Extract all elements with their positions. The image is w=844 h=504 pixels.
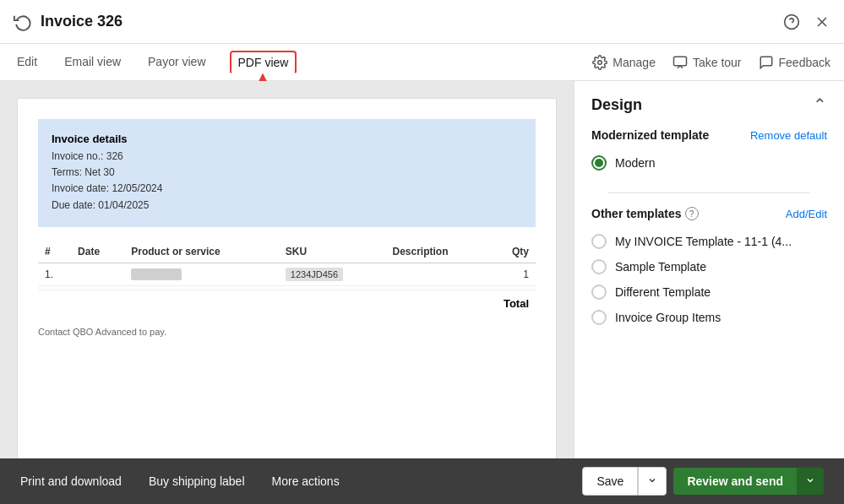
other-title-area: Other templates ?	[591, 207, 699, 220]
tab-payor-view[interactable]: Payor view	[144, 46, 209, 79]
tabs-bar: Edit Email view Payor view PDF view Mana…	[0, 44, 844, 81]
radio-modern[interactable]: Modern	[591, 150, 827, 176]
svg-point-6	[598, 60, 602, 64]
modernized-group-header: Modernized template Remove default	[591, 128, 827, 142]
radio-different[interactable]: Different Template	[591, 279, 827, 305]
row-sku: 1234JD456	[279, 263, 386, 285]
more-actions-button[interactable]: More actions	[272, 468, 340, 495]
help-icon	[783, 14, 800, 30]
invoice-date: Invoice date: 12/05/2024	[52, 181, 522, 197]
pdf-document: Invoice details Invoice no.: 326 Terms: …	[17, 98, 557, 458]
feedback-icon	[759, 55, 774, 70]
save-dropdown-button[interactable]	[638, 467, 667, 496]
radio-sample-circle	[591, 259, 607, 274]
row-description	[386, 263, 490, 285]
col-sku: SKU	[279, 241, 386, 263]
design-section: Design ⌃ Modernized template Remove defa…	[574, 81, 844, 360]
footer-left: Print and download Buy shipping label Mo…	[20, 468, 340, 495]
row-qty: 1	[490, 263, 536, 285]
collapse-icon[interactable]: ⌃	[813, 95, 827, 115]
total-label: Total	[504, 297, 529, 310]
table-row: 1. 1234JD456 1	[38, 263, 536, 285]
invoice-terms: Terms: Net 30	[52, 165, 522, 181]
radio-my-invoice[interactable]: My INVOICE Template - 11-1 (4...	[591, 229, 827, 254]
save-btn-group: Save	[582, 467, 667, 496]
review-btn-group: Review and send	[673, 468, 824, 495]
radio-sample[interactable]: Sample Template	[591, 254, 827, 279]
invoice-details-section: Invoice details Invoice no.: 326 Terms: …	[38, 119, 536, 227]
invoice-no: Invoice no.: 326	[52, 149, 522, 165]
close-button[interactable]	[814, 14, 830, 30]
header-left: Invoice 326	[14, 13, 123, 31]
take-tour-label: Take tour	[693, 56, 742, 69]
row-num: 1.	[38, 263, 71, 285]
pdf-preview-area[interactable]: Invoice details Invoice no.: 326 Terms: …	[0, 81, 574, 458]
manage-label: Manage	[613, 56, 656, 69]
design-title: Design	[591, 96, 642, 114]
review-dropdown-button[interactable]	[797, 468, 824, 495]
radio-different-label: Different Template	[615, 285, 711, 299]
radio-group-items-label: Invoice Group Items	[615, 311, 721, 324]
buy-shipping-button[interactable]: Buy shipping label	[149, 468, 245, 495]
radio-different-circle	[591, 285, 607, 300]
help-button[interactable]	[783, 14, 800, 30]
chevron-down-icon	[647, 475, 657, 485]
feedback-button[interactable]: Feedback	[759, 55, 830, 70]
take-tour-button[interactable]: Take tour	[672, 55, 742, 70]
invoice-details-title: Invoice details	[52, 133, 522, 145]
other-title: Other templates	[591, 207, 682, 220]
invoice-due-date: Due date: 01/04/2025	[52, 198, 522, 214]
divider	[608, 192, 810, 193]
header: Invoice 326	[0, 0, 844, 44]
radio-group-items[interactable]: Invoice Group Items	[591, 305, 827, 330]
radio-my-invoice-label: My INVOICE Template - 11-1 (4...	[615, 235, 792, 248]
history-icon	[14, 13, 32, 31]
radio-group-items-circle	[591, 310, 607, 325]
gear-icon	[592, 55, 607, 70]
contact-text: Contact QBO Advanced to pay.	[38, 327, 536, 337]
other-group-header: Other templates ? Add/Edit	[591, 207, 827, 220]
tour-icon	[672, 55, 688, 70]
col-product: Product or service	[124, 241, 279, 263]
modernized-title: Modernized template	[591, 128, 709, 142]
tab-edit[interactable]: Edit	[14, 46, 41, 79]
tab-email-view[interactable]: Email view	[61, 46, 124, 79]
design-header: Design ⌃	[591, 95, 827, 115]
other-templates-help-icon[interactable]: ?	[685, 207, 699, 220]
radio-modern-circle	[591, 155, 607, 171]
invoice-title: Invoice 326	[41, 13, 123, 30]
close-icon	[814, 14, 830, 30]
feedback-label: Feedback	[779, 56, 830, 69]
total-row: Total	[38, 290, 536, 317]
svg-rect-7	[673, 57, 686, 66]
print-download-button[interactable]: Print and download	[20, 468, 122, 495]
add-edit-link[interactable]: Add/Edit	[786, 208, 827, 220]
col-num: #	[38, 241, 71, 263]
header-right	[783, 14, 830, 30]
save-button[interactable]: Save	[582, 467, 638, 496]
footer-right: Save Review and send	[582, 467, 824, 496]
remove-default-link[interactable]: Remove default	[750, 129, 827, 142]
design-panel: Design ⌃ Modernized template Remove defa…	[574, 81, 844, 458]
radio-sample-label: Sample Template	[615, 260, 706, 274]
invoice-table: # Date Product or service SKU Descriptio…	[38, 241, 536, 286]
radio-modern-dot	[595, 159, 603, 167]
review-and-send-button[interactable]: Review and send	[673, 468, 797, 495]
table-header-row: # Date Product or service SKU Descriptio…	[38, 241, 536, 263]
main-content: Invoice details Invoice no.: 326 Terms: …	[0, 81, 844, 458]
row-date	[71, 263, 124, 285]
manage-section: Manage Take tour Feedback	[592, 55, 830, 70]
chevron-down-icon-review	[805, 475, 815, 485]
footer: Print and download Buy shipping label Mo…	[0, 458, 844, 504]
col-qty: Qty	[490, 241, 536, 263]
modernized-template-group: Modernized template Remove default Moder…	[591, 128, 827, 176]
manage-button[interactable]: Manage	[592, 55, 656, 70]
other-templates-group: Other templates ? Add/Edit My INVOICE Te…	[591, 207, 827, 330]
sku-badge: 1234JD456	[286, 268, 343, 281]
col-description: Description	[386, 241, 490, 263]
radio-modern-label: Modern	[615, 156, 655, 170]
col-date: Date	[71, 241, 124, 263]
row-product	[124, 263, 279, 285]
radio-my-invoice-circle	[591, 234, 607, 249]
